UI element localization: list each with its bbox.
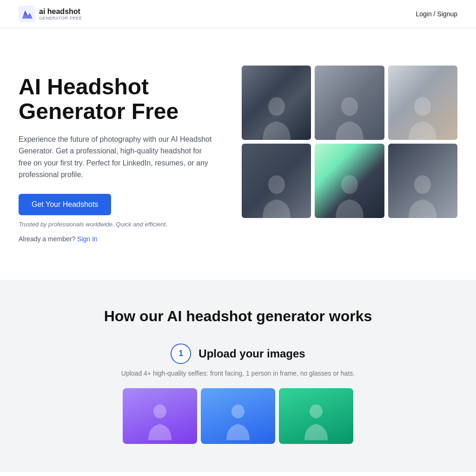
svg-point-8 bbox=[231, 404, 245, 418]
svg-point-5 bbox=[341, 175, 358, 194]
hero-title: AI Headshot Generator Free bbox=[19, 75, 214, 124]
step-1: 1 Upload your images Upload 4+ high-qual… bbox=[19, 344, 457, 444]
how-it-works-section: How our AI headshot generator works 1 Up… bbox=[0, 280, 476, 472]
how-title: How our AI headshot generator works bbox=[19, 308, 457, 325]
headshot-1 bbox=[242, 66, 311, 140]
logo-icon bbox=[19, 6, 35, 22]
headshot-2 bbox=[315, 66, 384, 140]
step-1-number: 1 bbox=[171, 344, 191, 364]
step-image-3 bbox=[279, 388, 353, 444]
get-headshots-button[interactable]: Get Your Headshots bbox=[19, 194, 111, 215]
svg-point-6 bbox=[414, 175, 431, 194]
step-image-2 bbox=[201, 388, 275, 444]
hero-description: Experience the future of photography wit… bbox=[19, 133, 214, 181]
svg-point-1 bbox=[268, 97, 285, 116]
already-member-text: Already a member? Sign In bbox=[19, 235, 214, 243]
svg-point-4 bbox=[268, 175, 285, 194]
logo-text: ai headshot GENERATOR FREE bbox=[39, 7, 82, 20]
svg-point-2 bbox=[341, 97, 358, 116]
step-1-label: Upload your images bbox=[198, 347, 305, 360]
step-1-images bbox=[123, 388, 353, 444]
svg-point-9 bbox=[310, 404, 323, 418]
headshot-6 bbox=[388, 144, 457, 218]
site-header: ai headshot GENERATOR FREE Login / Signu… bbox=[0, 0, 476, 28]
logo: ai headshot GENERATOR FREE bbox=[19, 6, 82, 22]
login-signup-link[interactable]: Login / Signup bbox=[416, 10, 457, 18]
svg-point-7 bbox=[153, 404, 166, 418]
headshot-grid bbox=[242, 66, 457, 218]
sign-in-link[interactable]: Sign In bbox=[77, 235, 98, 243]
headshot-4 bbox=[242, 144, 311, 218]
hero-content: AI Headshot Generator Free Experience th… bbox=[19, 66, 214, 243]
svg-point-3 bbox=[414, 97, 431, 116]
step-1-desc: Upload 4+ high-quality selfies: front fa… bbox=[121, 370, 355, 377]
trusted-text: Trusted by professionals worldwide. Quic… bbox=[19, 221, 214, 228]
hero-section: AI Headshot Generator Free Experience th… bbox=[0, 28, 476, 280]
headshot-3 bbox=[388, 66, 457, 140]
step-image-1 bbox=[123, 388, 197, 444]
headshot-5 bbox=[315, 144, 384, 218]
step-1-header: 1 Upload your images bbox=[171, 344, 305, 364]
